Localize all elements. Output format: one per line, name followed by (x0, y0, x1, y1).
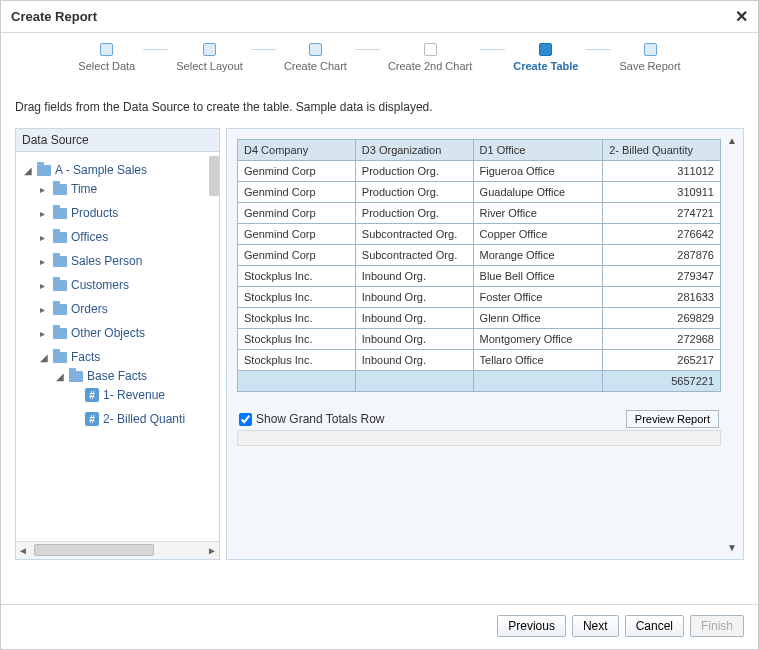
table-cell: Genmind Corp (238, 245, 356, 266)
table-cell: Guadalupe Office (473, 182, 603, 203)
step-label: Select Data (70, 60, 143, 72)
grand-total-row: 5657221 (238, 371, 721, 392)
table-cell: 269829 (603, 308, 721, 329)
tree-node-basefacts[interactable]: ◢Base Facts (56, 369, 217, 383)
table-row[interactable]: Stockplus Inc.Inbound Org.Montgomery Off… (238, 329, 721, 350)
table-cell: Production Org. (355, 161, 473, 182)
tree-node[interactable]: ▸Offices (40, 230, 217, 244)
preview-report-button[interactable]: Preview Report (626, 410, 719, 428)
tree-node-facts[interactable]: ◢Facts (40, 350, 217, 364)
step-connector (143, 49, 168, 50)
show-grand-totals-checkbox[interactable]: Show Grand Totals Row (239, 412, 385, 426)
table-cell (473, 371, 603, 392)
expand-icon[interactable]: ▸ (40, 208, 49, 219)
table-cell: Glenn Office (473, 308, 603, 329)
table-cell (238, 371, 356, 392)
previous-button[interactable]: Previous (497, 615, 566, 637)
step-save-report[interactable]: Save Report (611, 43, 688, 72)
table-row[interactable]: Genmind CorpProduction Org.Guadalupe Off… (238, 182, 721, 203)
column-header[interactable]: D3 Organization (355, 140, 473, 161)
expand-icon[interactable]: ▸ (40, 304, 49, 315)
column-header[interactable]: D1 Office (473, 140, 603, 161)
preview-table[interactable]: D4 CompanyD3 OrganizationD1 Office2- Bil… (237, 139, 721, 392)
step-label: Create Chart (276, 60, 355, 72)
tree-node[interactable]: ▸Customers (40, 278, 217, 292)
table-cell: Montgomery Office (473, 329, 603, 350)
folder-icon (53, 280, 67, 291)
table-row[interactable]: Genmind CorpSubcontracted Org.Morange Of… (238, 245, 721, 266)
data-source-tree[interactable]: ◢ A - Sample Sales ▸Time▸Products▸Office… (16, 152, 219, 541)
expand-icon[interactable]: ▸ (40, 184, 49, 195)
step-select-data[interactable]: Select Data (70, 43, 143, 72)
tree-node[interactable]: ▸Time (40, 182, 217, 196)
table-row[interactable]: Genmind CorpSubcontracted Org.Copper Off… (238, 224, 721, 245)
step-label: Save Report (611, 60, 688, 72)
collapse-icon[interactable]: ◢ (24, 165, 33, 176)
instruction-text: Drag fields from the Data Source to crea… (15, 100, 744, 114)
folder-icon (53, 304, 67, 315)
main-vertical-scrollbar[interactable]: ▲ ▼ (725, 135, 739, 553)
folder-icon (53, 352, 67, 363)
step-select-layout[interactable]: Select Layout (168, 43, 251, 72)
scroll-down-icon[interactable]: ▼ (727, 542, 737, 553)
tree-node-label: Sales Person (71, 254, 142, 268)
step-create-chart[interactable]: Create Chart (276, 43, 355, 72)
expand-icon[interactable]: ▸ (40, 256, 49, 267)
step-create-2nd-chart[interactable]: Create 2nd Chart (380, 43, 480, 72)
step-label: Select Layout (168, 60, 251, 72)
collapse-icon[interactable]: ◢ (40, 352, 49, 363)
sidebar-vertical-scrollbar[interactable] (205, 152, 219, 541)
close-icon[interactable]: ✕ (735, 7, 748, 26)
table-cell: Stockplus Inc. (238, 350, 356, 371)
table-row[interactable]: Stockplus Inc.Inbound Org.Foster Office2… (238, 287, 721, 308)
tree-node-label: Base Facts (87, 369, 147, 383)
table-row[interactable]: Genmind CorpProduction Org.River Office2… (238, 203, 721, 224)
table-cell: Morange Office (473, 245, 603, 266)
expand-icon[interactable]: ▸ (40, 232, 49, 243)
tree-node[interactable]: ▸Sales Person (40, 254, 217, 268)
table-row[interactable]: Genmind CorpProduction Org.Figueroa Offi… (238, 161, 721, 182)
table-cell: 274721 (603, 203, 721, 224)
column-header[interactable]: D4 Company (238, 140, 356, 161)
table-row[interactable]: Stockplus Inc.Inbound Org.Tellaro Office… (238, 350, 721, 371)
table-cell: Genmind Corp (238, 182, 356, 203)
table-cell: 281633 (603, 287, 721, 308)
tree-leaf[interactable]: #1- Revenue (72, 388, 217, 402)
table-cell: 311012 (603, 161, 721, 182)
tree-node[interactable]: ▸Orders (40, 302, 217, 316)
tree-root[interactable]: ◢ A - Sample Sales (24, 163, 217, 177)
tree-node-label: Time (71, 182, 97, 196)
expand-icon[interactable]: ▸ (40, 280, 49, 291)
column-header[interactable]: 2- Billed Quantity (603, 140, 721, 161)
tree-node-label: Products (71, 206, 118, 220)
next-button[interactable]: Next (572, 615, 619, 637)
expand-icon[interactable]: ▸ (40, 328, 49, 339)
scroll-left-icon[interactable]: ◄ (18, 545, 28, 556)
finish-button[interactable]: Finish (690, 615, 744, 637)
sidebar-horizontal-scrollbar[interactable]: ◄ ► (16, 541, 219, 559)
table-cell: Inbound Org. (355, 287, 473, 308)
cancel-button[interactable]: Cancel (625, 615, 684, 637)
tree-leaf[interactable]: #2- Billed Quanti (72, 412, 217, 426)
collapse-icon[interactable]: ◢ (56, 371, 65, 382)
titlebar: Create Report ✕ (1, 1, 758, 33)
grand-totals-checkbox-input[interactable] (239, 413, 252, 426)
table-cell: Copper Office (473, 224, 603, 245)
table-cell: Inbound Org. (355, 329, 473, 350)
preview-table-container: D4 CompanyD3 OrganizationD1 Office2- Bil… (237, 139, 721, 392)
folder-icon (53, 328, 67, 339)
measure-icon: # (85, 412, 99, 426)
grand-totals-label: Show Grand Totals Row (256, 412, 385, 426)
scroll-up-icon[interactable]: ▲ (727, 135, 737, 146)
scrollbar-thumb[interactable] (34, 544, 154, 556)
step-box-icon (644, 43, 657, 56)
tree-node[interactable]: ▸Other Objects (40, 326, 217, 340)
table-row[interactable]: Stockplus Inc.Inbound Org.Blue Bell Offi… (238, 266, 721, 287)
table-cell: Production Org. (355, 182, 473, 203)
main-horizontal-scrollbar[interactable] (237, 430, 721, 446)
tree-leaf-label: 2- Billed Quanti (103, 412, 185, 426)
tree-node[interactable]: ▸Products (40, 206, 217, 220)
step-create-table[interactable]: Create Table (505, 43, 586, 72)
scroll-right-icon[interactable]: ► (207, 545, 217, 556)
table-row[interactable]: Stockplus Inc.Inbound Org.Glenn Office26… (238, 308, 721, 329)
